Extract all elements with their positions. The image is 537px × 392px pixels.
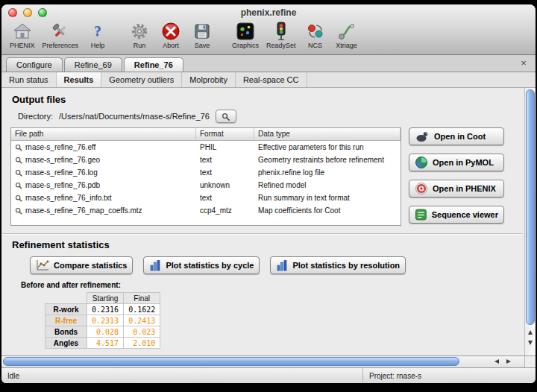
tab-refine-69[interactable]: Refine_69 — [64, 57, 122, 72]
toolbar-button-preferences[interactable]: Preferences — [40, 21, 81, 50]
section-divider — [1, 233, 523, 235]
scroll-up-arrow[interactable] — [526, 327, 536, 337]
horizontal-scrollbar-track[interactable] — [1, 356, 524, 367]
traffic-lights — [8, 8, 47, 17]
abort-stop-icon — [159, 21, 183, 42]
toolbar-label: Preferences — [43, 42, 79, 50]
pymol-icon — [415, 156, 428, 169]
scroll-down-arrow[interactable] — [526, 338, 536, 347]
status-text: Idle — [1, 372, 362, 380]
stats-row-bonds: Bonds 0.028 0.023 — [45, 326, 160, 338]
run-gear-icon — [128, 21, 151, 42]
plot-by-resolution-button[interactable]: Plot statistics by resolution — [270, 256, 406, 274]
bar-chart-icon — [149, 259, 161, 271]
toolbar-button-graphics[interactable]: Graphics — [230, 21, 261, 50]
column-header-data-type[interactable]: Data type — [254, 128, 401, 140]
xtriage-icon — [335, 21, 359, 42]
magnifier-icon — [15, 207, 22, 215]
directory-path: /Users/nat/Documents/rnase-s/Refine_76 — [59, 112, 210, 121]
scroll-left-arrow[interactable] — [492, 357, 502, 367]
column-header-file-path[interactable]: File path — [11, 128, 196, 140]
table-row[interactable]: rnase-s_refine_76.eff PHIL Effective par… — [11, 141, 401, 154]
toolbar-label: Abort — [163, 42, 179, 50]
magnifier-icon — [222, 113, 230, 121]
horizontal-scrollbar[interactable] — [1, 355, 536, 367]
vertical-scrollbar[interactable] — [524, 88, 536, 355]
toolbar-button-xtriage[interactable]: Xtriage — [333, 21, 361, 50]
project-label: Project: rnase-s — [362, 368, 536, 383]
open-in-phenix-button[interactable]: Open in PHENIX — [409, 180, 504, 197]
toolbar-label: ReadySet — [266, 42, 296, 50]
stats-row-angles: Angles 4.517 2.010 — [45, 338, 160, 349]
toolbar-label: Xtriage — [336, 42, 357, 50]
toolbar-button-save[interactable]: Save — [188, 21, 216, 50]
stat-value: 0.023 — [124, 326, 160, 338]
window-title: phenix.refine — [1, 4, 536, 21]
tab-results[interactable]: Results — [57, 72, 102, 87]
help-question-icon: ? — [86, 21, 110, 42]
stat-value: 2.010 — [124, 338, 160, 349]
toolbar-button-ncs[interactable]: NCS — [301, 21, 330, 50]
tab-run-status[interactable]: Run status — [1, 72, 57, 87]
toolbar-label: PHENIX — [10, 42, 35, 50]
close-window-button[interactable] — [8, 8, 17, 17]
stat-value: 0.2313 — [87, 315, 124, 326]
toolbar-button-phenix[interactable]: PHENIX — [7, 21, 37, 50]
stat-value: 0.2413 — [124, 315, 160, 326]
plot-by-cycle-button[interactable]: Plot statistics by cycle — [143, 256, 260, 274]
tab-geometry-outliers[interactable]: Geometry outliers — [101, 72, 182, 87]
preferences-tools-icon — [48, 21, 72, 42]
open-in-pymol-button[interactable]: Open in PyMOL — [409, 154, 504, 171]
toolbar-label: Save — [195, 42, 210, 50]
window-chrome: phenix.refine PHENIX Preferences ? Help — [1, 4, 536, 55]
toolbar-button-abort[interactable]: Abort — [157, 21, 185, 50]
output-files-table: File path Format Data type rnase-s_refin… — [10, 127, 401, 226]
tab-configure[interactable]: Configure — [6, 57, 63, 72]
compare-statistics-button[interactable]: Compare statistics — [30, 256, 133, 274]
zoom-window-button[interactable] — [38, 8, 47, 17]
status-bar: Idle Project: rnase-s — [1, 367, 536, 383]
stats-corner-cell — [45, 293, 87, 304]
toolbar-button-readyset[interactable]: ReadySet — [264, 21, 298, 50]
results-panel: Output files Directory: /Users/nat/Docum… — [1, 88, 524, 355]
tab-real-space-cc[interactable]: Real-space CC — [236, 72, 307, 87]
horizontal-scrollbar-thumb[interactable] — [3, 357, 459, 366]
table-header: File path Format Data type — [11, 128, 401, 141]
stats-row-r-work: R-work 0.2316 0.1622 — [45, 304, 160, 315]
open-in-coot-button[interactable]: Open in Coot — [409, 127, 504, 145]
table-row[interactable]: rnase-s_refine_76.geo text Geometry rest… — [11, 154, 401, 166]
tab-molprobity[interactable]: Molprobity — [182, 72, 236, 87]
table-row[interactable]: rnase-s_refine_76_info.txt text Run summ… — [11, 192, 401, 204]
magnifier-icon — [15, 195, 22, 202]
stat-value: 4.517 — [87, 338, 124, 349]
sequence-viewer-button[interactable]: Sequence viewer — [409, 206, 504, 224]
magnifier-icon — [15, 157, 22, 164]
graphics-viewer-icon — [233, 21, 257, 42]
bar-chart-icon — [276, 259, 288, 271]
table-row[interactable]: rnase-s_refine_76_map_coeffs.mtz ccp4_mt… — [11, 204, 401, 217]
toolbar-button-run[interactable]: Run — [125, 21, 154, 50]
stats-row-r-free: R-free 0.2313 0.2413 — [45, 315, 160, 326]
stat-value: 0.028 — [87, 326, 124, 338]
close-tab-icon[interactable]: × — [518, 57, 529, 69]
toolbar-button-help[interactable]: ? Help — [84, 21, 112, 50]
magnifier-icon — [15, 182, 22, 189]
vertical-scrollbar-thumb[interactable] — [526, 89, 535, 325]
scroll-right-arrow[interactable] — [503, 357, 513, 367]
table-row[interactable]: rnase-s_refine_76.pdb unknown Refined mo… — [11, 179, 401, 192]
toolbar-label: Help — [91, 42, 105, 50]
table-row[interactable]: rnase-s_refine_76.log text phenix.refine… — [11, 166, 401, 179]
toolbar: PHENIX Preferences ? Help Run — [1, 21, 536, 54]
column-header-format[interactable]: Format — [196, 128, 254, 140]
job-tab-bar: Configure Refine_69 Refine_76 × — [1, 55, 536, 72]
phenix-logo-icon — [415, 182, 428, 195]
scrollbar-corner — [524, 356, 536, 367]
browse-directory-button[interactable] — [216, 110, 236, 123]
stats-column-final: Final — [124, 293, 160, 304]
directory-label: Directory: — [18, 112, 53, 121]
ncs-icon — [304, 21, 327, 42]
minimize-window-button[interactable] — [23, 8, 32, 17]
phenix-refine-window: phenix.refine PHENIX Preferences ? Help — [1, 4, 536, 383]
coot-bird-icon — [415, 130, 430, 142]
tab-refine-76[interactable]: Refine_76 — [124, 57, 183, 72]
